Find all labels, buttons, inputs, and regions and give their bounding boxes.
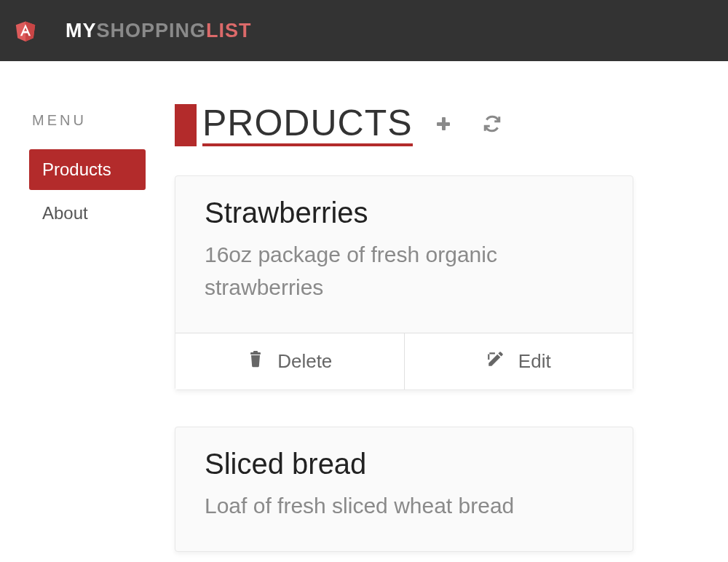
page-heading-row: PRODUCTS [175, 103, 633, 146]
delete-button[interactable]: Delete [175, 333, 405, 389]
product-title: Sliced bread [205, 448, 604, 480]
refresh-icon[interactable] [483, 114, 502, 136]
sidebar: MENU Products About [29, 90, 175, 562]
product-description: Loaf of fresh sliced wheat bread [205, 489, 604, 522]
angular-logo-icon [15, 17, 36, 44]
edit-button[interactable]: Edit [405, 333, 633, 389]
product-card: Strawberries 16oz package of fresh organ… [175, 175, 633, 390]
brand-part-list: LIST [206, 20, 252, 41]
add-product-icon[interactable] [435, 115, 452, 135]
edit-button-label: Edit [518, 350, 551, 373]
delete-button-label: Delete [277, 350, 332, 373]
svg-rect-3 [437, 122, 450, 126]
brand-title: MYSHOPPINGLIST [66, 20, 252, 42]
svg-rect-5 [253, 351, 258, 353]
edit-icon [486, 349, 505, 373]
brand-part-my: MY [66, 20, 97, 41]
trash-icon [247, 349, 264, 373]
sidebar-item-about[interactable]: About [29, 193, 146, 234]
menu-heading: MENU [32, 112, 175, 129]
product-description: 16oz package of fresh organic strawberri… [205, 238, 604, 304]
app-header: MYSHOPPINGLIST [0, 0, 728, 61]
sidebar-item-label: About [42, 203, 88, 223]
main-content: PRODUCTS [175, 90, 728, 562]
sidebar-item-label: Products [42, 159, 111, 179]
heading-accent-bar [175, 104, 197, 146]
brand-part-shopping: SHOPPING [97, 20, 207, 41]
sidebar-item-products[interactable]: Products [29, 149, 146, 190]
product-title: Strawberries [205, 197, 604, 229]
product-card: Sliced bread Loaf of fresh sliced wheat … [175, 427, 633, 552]
page-title: PRODUCTS [202, 103, 413, 146]
